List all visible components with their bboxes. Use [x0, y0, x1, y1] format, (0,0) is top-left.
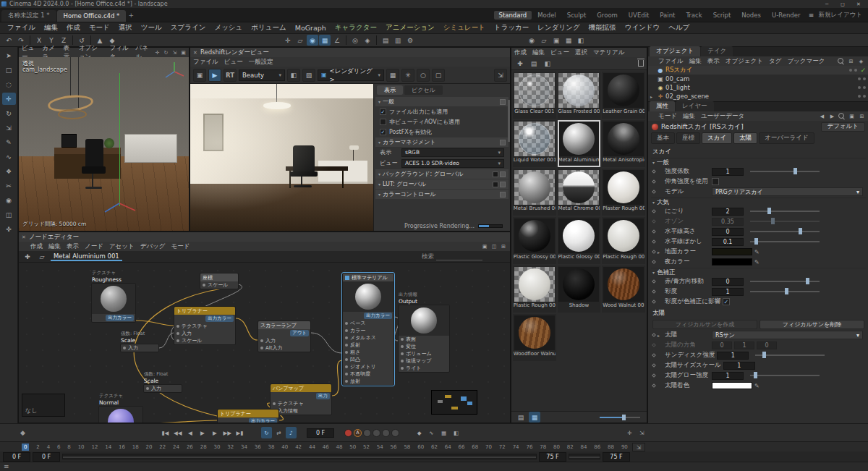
- frame-tick[interactable]: 42: [295, 444, 302, 450]
- start-render-icon[interactable]: ▶: [208, 69, 221, 82]
- minimize-icon[interactable]: ─: [819, 0, 835, 8]
- next-frame-icon[interactable]: ▶: [209, 427, 220, 438]
- anim-dot[interactable]: [652, 209, 656, 213]
- timeline-options-icon[interactable]: ✛: [624, 427, 635, 438]
- node-output[interactable]: 出力情報Output表面変位ボリューム環境マップライト: [398, 305, 450, 373]
- object-manager-menu[interactable]: ファイル: [655, 57, 686, 66]
- anim-dot[interactable]: [652, 279, 656, 284]
- main-menu[interactable]: ボリューム: [247, 23, 290, 33]
- load-material-icon[interactable]: ▤: [528, 58, 540, 69]
- range-start-field[interactable]: 0 F: [3, 452, 30, 462]
- material-item[interactable]: Shadow: [558, 266, 601, 313]
- node-triplanar-2[interactable]: トリプラナー出力カラー: [217, 409, 279, 423]
- anim-dot[interactable]: [652, 179, 656, 184]
- section-header[interactable]: ▾大気: [651, 198, 866, 206]
- material-item[interactable]: Liquid Water 001: [513, 120, 556, 167]
- dropdown[interactable]: ACES 1.0 SDR-video▾: [401, 159, 504, 168]
- anim-dot[interactable]: [652, 373, 656, 378]
- spline-pen-tool-icon[interactable]: ∿: [2, 150, 16, 163]
- attr-dropdown[interactable]: RSサン▾: [712, 331, 863, 339]
- viewport-layout-icon[interactable]: ◧: [575, 35, 587, 46]
- frame-tick[interactable]: 70: [485, 444, 492, 450]
- anim-dot[interactable]: [652, 363, 656, 368]
- grid-view-icon[interactable]: ▦: [529, 412, 540, 423]
- workspace-tab[interactable]: Script: [708, 11, 736, 20]
- workspace-tab[interactable]: Groom: [592, 11, 623, 20]
- pan-view-icon[interactable]: ✛: [153, 48, 161, 56]
- attribute-tab[interactable]: 属性: [650, 101, 675, 111]
- node-search[interactable]: 検索: [422, 253, 482, 261]
- node-roughness-texture[interactable]: テクスチャRoughness出力カラー: [91, 283, 136, 323]
- workspace-tab[interactable]: UVEdit: [624, 11, 655, 20]
- main-menu[interactable]: モード: [85, 23, 114, 33]
- node-input-port[interactable]: 凹凸: [343, 356, 393, 363]
- material-item[interactable]: Glass Clear 001: [513, 72, 556, 119]
- anim-dot[interactable]: [652, 289, 656, 294]
- pass-dropdown[interactable]: Beauty▾: [239, 69, 285, 81]
- material-item[interactable]: Plastic Rough 001: [602, 217, 645, 264]
- frame-tick[interactable]: 82: [567, 444, 574, 450]
- anim-dot[interactable]: [652, 353, 656, 357]
- rv-section-header[interactable]: ▾一般: [375, 97, 509, 106]
- visibility-dot[interactable]: [849, 69, 852, 72]
- range-end-field-2[interactable]: 75 F: [603, 452, 630, 462]
- color-swatch[interactable]: [712, 382, 752, 389]
- search-icon[interactable]: [838, 113, 846, 120]
- thumbnail-size-slider[interactable]: [600, 417, 640, 418]
- ping-pong-icon[interactable]: ⇄: [273, 427, 284, 438]
- frame-tick[interactable]: 18: [132, 444, 139, 450]
- play-forward-icon[interactable]: ▶: [197, 427, 208, 438]
- object-manager-menu[interactable]: ブックマーク: [784, 57, 827, 66]
- attr-value-field[interactable]: 0: [757, 341, 777, 349]
- visibility-dot[interactable]: [858, 95, 861, 98]
- search-icon[interactable]: [838, 58, 845, 65]
- object-row[interactable]: ▣00_cam: [648, 75, 868, 83]
- timeline-key-rotation-icon[interactable]: [382, 429, 390, 437]
- frame-tick[interactable]: 86: [594, 444, 600, 450]
- frame-tick[interactable]: 74: [513, 444, 519, 450]
- attribute-tab[interactable]: レイヤー: [676, 101, 714, 111]
- lasso-selection-icon[interactable]: ◌: [2, 78, 16, 90]
- render-settings-tab[interactable]: 表示: [377, 85, 403, 95]
- frame-tick[interactable]: 80: [553, 444, 560, 450]
- section-toggle[interactable]: [500, 140, 506, 145]
- render-visibility-dot[interactable]: [863, 77, 866, 80]
- frame-tick[interactable]: 56: [391, 444, 397, 450]
- node-input-port[interactable]: 反射: [343, 341, 393, 349]
- anim-dot[interactable]: [652, 239, 656, 244]
- frame-tick[interactable]: 30: [213, 444, 220, 450]
- main-menu[interactable]: MoGraph: [291, 24, 331, 32]
- node-editor-menu[interactable]: 作成: [27, 242, 46, 251]
- knife-tool-icon[interactable]: ✂: [2, 179, 16, 192]
- node-input-port[interactable]: スケール: [200, 281, 238, 289]
- node-input-port[interactable]: Alt入力: [258, 344, 310, 352]
- anim-dot[interactable]: [652, 229, 656, 234]
- main-menu[interactable]: 編集: [40, 23, 62, 33]
- workspace-tab[interactable]: Standard: [494, 11, 532, 20]
- frame-tick[interactable]: 22: [159, 444, 166, 450]
- rt-toggle[interactable]: RT: [224, 69, 237, 82]
- rv-check-row[interactable]: ✓PostFXを有効化: [374, 127, 510, 137]
- section-toggle[interactable]: [500, 192, 506, 198]
- status-menu-icon[interactable]: ≡: [4, 463, 9, 470]
- node-input-port[interactable]: テクスチャ: [271, 400, 331, 407]
- node-input-port[interactable]: ベース: [343, 320, 393, 327]
- anim-dot[interactable]: [652, 383, 656, 388]
- node-input-port[interactable]: 環境マップ: [399, 357, 449, 365]
- pen-tool-icon[interactable]: ✎: [2, 136, 16, 148]
- material-menu[interactable]: ビュー: [548, 48, 572, 57]
- frame-tick[interactable]: 46: [323, 444, 329, 450]
- trash-icon[interactable]: [638, 60, 644, 67]
- layout-single-icon[interactable]: ▣: [480, 242, 489, 250]
- material-item[interactable]: Plastic Glossy 001: [558, 217, 601, 264]
- frame-tick[interactable]: 64: [445, 444, 451, 450]
- node-normal-texture[interactable]: テクスチャNormal出力カラー: [98, 406, 143, 423]
- rv-section-header[interactable]: ▾カラーコントロール: [375, 190, 509, 199]
- viewport-canvas[interactable]: 透視 cam_landscape グリッド間隔: 50000 cm: [19, 57, 189, 231]
- history-forward-icon[interactable]: ▶: [828, 112, 836, 120]
- section-header[interactable]: ▾色補正: [651, 268, 866, 276]
- viewport-solo-icon[interactable]: ◎: [349, 35, 361, 46]
- attribute-section-tab[interactable]: オーバーライド: [759, 132, 814, 144]
- material-item[interactable]: Glass Frosted 001: [558, 72, 601, 119]
- node-input-port[interactable]: 入力: [121, 344, 158, 352]
